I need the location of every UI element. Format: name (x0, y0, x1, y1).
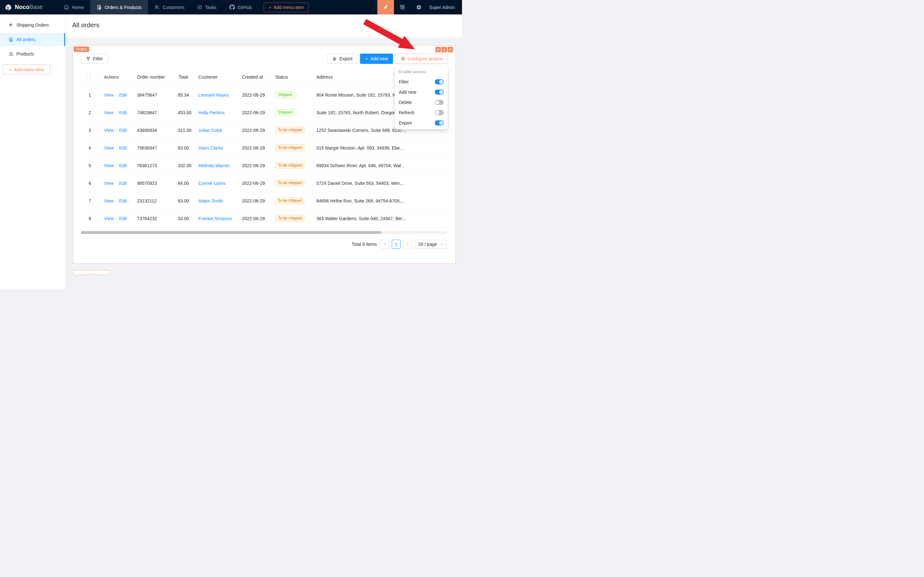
edit-link[interactable]: Edit (119, 128, 127, 133)
view-link[interactable]: View (104, 181, 114, 186)
view-link[interactable]: View (104, 92, 114, 98)
people-icon (155, 5, 160, 10)
edit-link[interactable]: Edit (119, 92, 127, 98)
filter-button[interactable]: Filter (81, 53, 108, 64)
plugin-manager-button[interactable] (394, 0, 410, 15)
dropdown-item-label: Delete (399, 100, 412, 105)
horizontal-scrollbar-thumb[interactable] (81, 231, 381, 234)
row-index: 1 (81, 86, 99, 104)
add-block-button[interactable]: + Add block (72, 270, 110, 275)
filter-toggle[interactable] (435, 79, 444, 84)
divider (116, 163, 116, 168)
delete-toggle[interactable] (435, 100, 444, 105)
configure-actions-dropdown: Enable actions Filter Add new Delete Ref… (395, 66, 448, 129)
sidebar-item-label: All orders (16, 37, 35, 42)
nav-item-customers[interactable]: Customers (148, 0, 191, 15)
edit-link[interactable]: Edit (119, 110, 127, 115)
status-badge: To be shipped (275, 144, 304, 151)
add-new-toggle[interactable] (435, 90, 444, 95)
customer-link[interactable]: Connie Lyons (198, 181, 225, 186)
address-cell: 69934 Schoen River, Apt. 646, 49704, Wal… (311, 156, 449, 174)
edit-link[interactable]: Edit (119, 181, 127, 186)
ui-editor-button[interactable] (377, 0, 394, 15)
nav-item-tasks[interactable]: Tasks (191, 0, 223, 15)
check-square-icon (197, 5, 202, 10)
nav-item-orders-products[interactable]: Orders & Products (90, 0, 148, 15)
nav-item-label: Customers (163, 5, 185, 10)
view-link[interactable]: View (104, 216, 114, 221)
add-menu-item-label: Add menu item (274, 5, 304, 10)
pagination-next-button[interactable] (403, 240, 412, 249)
dropdown-item-export[interactable]: Export (395, 118, 448, 128)
customer-link[interactable]: Darin Clarke (198, 145, 223, 150)
view-link[interactable]: View (104, 128, 114, 133)
page-title: All orders (72, 21, 99, 29)
current-user[interactable]: Super Admin (427, 5, 462, 10)
customer-link[interactable]: Holly Perkins (198, 110, 225, 115)
edit-link[interactable]: Edit (119, 145, 127, 150)
sidebar-add-menu-item-button[interactable]: + Add menu item (3, 64, 51, 74)
sidebar-item-shipping-orders[interactable]: Shipping Orders (0, 19, 65, 31)
navbar-add-menu-item-button[interactable]: + Add menu item (264, 3, 308, 12)
block-menu-icon[interactable] (448, 47, 453, 52)
dropdown-item-label: Filter (399, 79, 409, 84)
order-number-cell: 75638347 (132, 139, 172, 156)
view-link[interactable]: View (104, 145, 114, 150)
configure-actions-label: Configure actions (408, 56, 443, 61)
pagination-total: Total 8 items (352, 242, 377, 247)
pagination-page-1[interactable]: 1 (392, 240, 401, 249)
add-block-icon[interactable] (441, 47, 447, 52)
order-number-cell: 38475647 (132, 86, 172, 104)
total-cell: 85.34 (172, 86, 193, 104)
table-header-row: Actions Order number Total Customer Crea… (81, 68, 449, 86)
plus-icon: + (365, 56, 368, 61)
dropdown-item-label: Refresh (399, 110, 415, 115)
page-header: All orders (66, 15, 462, 37)
page-size-select[interactable]: 20 / page (415, 240, 447, 249)
nocobase-logo[interactable]: NocoBase (0, 3, 46, 11)
dropdown-item-add-new[interactable]: Add new (395, 87, 448, 97)
created-at-cell: 2022-06-29 (237, 210, 270, 227)
customer-link[interactable]: Frankie Simpson (198, 216, 232, 221)
total-cell: 332.00 (172, 156, 193, 174)
block-collection-tag: Orders (74, 47, 89, 52)
sidebar-item-products[interactable]: Products (0, 47, 65, 60)
created-at-cell: 2022-06-29 (237, 156, 270, 174)
view-link[interactable]: View (104, 198, 114, 203)
refresh-toggle[interactable] (435, 110, 444, 115)
created-at-cell: 2022-06-29 (237, 121, 270, 139)
customer-link[interactable]: Adam Smith (198, 198, 223, 203)
created-at-cell: 2022-06-29 (237, 192, 270, 210)
export-button[interactable]: Export (327, 53, 357, 64)
edit-link[interactable]: Edit (119, 216, 127, 221)
drag-handle-icon[interactable] (435, 47, 441, 52)
settings-gear-button[interactable] (410, 0, 427, 15)
dropdown-item-filter[interactable]: Filter (395, 77, 448, 87)
pagination-prev-button[interactable] (380, 240, 389, 249)
customer-link[interactable]: Melinda Warren (198, 163, 230, 168)
export-label: Export (340, 56, 352, 61)
export-toggle[interactable] (435, 120, 444, 126)
sidebar-item-all-orders[interactable]: All orders (0, 33, 65, 46)
customer-link[interactable]: Leonard Hayes (198, 92, 229, 98)
customer-link[interactable]: Julian Cobb (198, 128, 222, 133)
status-badge: Shipped (275, 92, 295, 98)
edit-link[interactable]: Edit (119, 163, 127, 168)
block-designer-toolbar (435, 47, 453, 52)
configure-actions-button[interactable]: Configure actions (396, 53, 448, 64)
gear-icon (401, 56, 405, 61)
dropdown-item-delete[interactable]: Delete (395, 97, 448, 108)
select-all-checkbox[interactable] (86, 74, 91, 79)
status-badge: To be shipped (275, 162, 304, 169)
divider (116, 93, 116, 97)
nav-item-home[interactable]: Home (58, 0, 90, 15)
nav-item-github[interactable]: GitHub (223, 0, 258, 15)
total-cell: 83.00 (172, 139, 193, 156)
row-index: 3 (81, 121, 99, 139)
view-link[interactable]: View (104, 110, 114, 115)
add-new-button[interactable]: + Add new (360, 53, 393, 64)
edit-link[interactable]: Edit (119, 198, 127, 203)
dropdown-item-refresh[interactable]: Refresh (395, 108, 448, 118)
status-badge: To be shipped (275, 215, 304, 222)
view-link[interactable]: View (104, 163, 114, 168)
